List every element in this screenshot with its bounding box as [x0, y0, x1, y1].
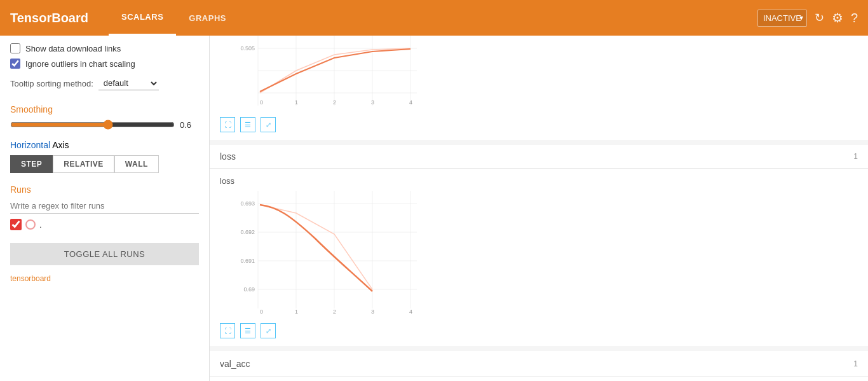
svg-text:4: 4	[409, 99, 412, 106]
run-checkbox[interactable]	[10, 219, 22, 230]
tooltip-sorting-select[interactable]: default ascending descending nearest	[98, 76, 159, 90]
acc-fit-icon[interactable]: ⤢	[261, 117, 276, 132]
tooltip-sorting-row: Tooltip sorting method: default ascendin…	[10, 76, 199, 90]
run-dot-label: .	[39, 220, 42, 230]
loss-section-header: loss 1	[210, 145, 868, 169]
run-circle[interactable]	[25, 219, 36, 230]
smoothing-slider[interactable]	[10, 120, 175, 130]
smoothing-section: Smoothing 0.6	[10, 98, 199, 130]
loss-expand-icon[interactable]: ⛶	[220, 323, 235, 338]
svg-text:1: 1	[295, 308, 298, 315]
loss-chart-title: loss	[220, 176, 858, 186]
svg-text:0.505: 0.505	[240, 45, 255, 52]
loss-chart-controls: ⛶ ☰ ⤢	[220, 323, 858, 338]
main-nav: SCALARS GRAPHS	[109, 0, 757, 36]
status-select[interactable]: INACTIVE ACTIVE	[757, 10, 807, 27]
val-acc-count: 1	[853, 359, 858, 368]
svg-text:3: 3	[371, 308, 374, 315]
status-select-wrapper: INACTIVE ACTIVE	[757, 10, 807, 27]
nav-graphs[interactable]: GRAPHS	[176, 0, 239, 36]
refresh-icon[interactable]: ↻	[815, 11, 824, 25]
acc-expand-icon[interactable]: ⛶	[220, 117, 235, 132]
val-acc-title: val_acc	[220, 359, 250, 369]
svg-text:1: 1	[295, 99, 298, 106]
horizontal-axis-label: Horizontal Axis	[10, 140, 199, 150]
axis-relative-button[interactable]: RELATIVE	[53, 155, 114, 173]
loss-section-count: 1	[853, 152, 858, 161]
show-data-links-label: Show data download links	[25, 44, 121, 53]
runs-filter-input[interactable]	[10, 198, 199, 214]
axis-buttons: STEP RELATIVE WALL	[10, 155, 199, 173]
svg-text:3: 3	[371, 99, 374, 106]
content-area[interactable]: 0.505 0 1 2 3 4 ⛶ ☰ ⤢	[210, 36, 868, 381]
ignore-outliers-checkbox[interactable]	[10, 59, 20, 69]
sidebar: Show data download links Ignore outliers…	[0, 36, 210, 381]
tooltip-sorting-label: Tooltip sorting method:	[10, 79, 93, 88]
loss-chart-svg: 0.693 0.692 0.691 0.69 0 1 2 3 4	[220, 191, 436, 318]
smoothing-value: 0.6	[180, 120, 199, 130]
acc-chart-card: 0.505 0 1 2 3 4 ⛶ ☰ ⤢	[210, 36, 868, 140]
svg-text:0.693: 0.693	[240, 200, 255, 207]
svg-text:0: 0	[260, 99, 263, 106]
svg-text:2: 2	[333, 308, 336, 315]
acc-list-icon[interactable]: ☰	[240, 117, 255, 132]
horizontal-label-blue: Horizontal	[10, 140, 50, 150]
loss-chart-area: 0.693 0.692 0.691 0.69 0 1 2 3 4	[220, 191, 436, 318]
svg-text:0.692: 0.692	[240, 229, 255, 235]
loss-fit-icon[interactable]: ⤢	[261, 323, 276, 338]
svg-text:2: 2	[333, 99, 336, 106]
svg-text:0.691: 0.691	[240, 258, 255, 264]
show-data-links-row: Show data download links	[10, 43, 199, 53]
help-icon[interactable]: ?	[851, 11, 858, 25]
axis-step-button[interactable]: STEP	[10, 155, 53, 173]
app-logo: TensorBoard	[10, 11, 88, 25]
sidebar-footer-link[interactable]: tensorboard	[10, 274, 199, 283]
axis-wall-button[interactable]: WALL	[114, 155, 159, 173]
acc-chart-svg: 0.505 0 1 2 3 4	[220, 36, 436, 112]
runs-label: Runs	[10, 184, 199, 195]
smoothing-label: Smoothing	[10, 104, 199, 114]
svg-text:0: 0	[260, 308, 263, 315]
loss-section-title: loss	[220, 151, 236, 162]
loss-list-icon[interactable]: ☰	[240, 323, 255, 338]
svg-text:4: 4	[409, 308, 412, 315]
smoothing-slider-row: 0.6	[10, 120, 199, 130]
ignore-outliers-row: Ignore outliers in chart scaling	[10, 59, 199, 69]
toggle-all-runs-button[interactable]: TOGGLE ALL RUNS	[10, 243, 199, 265]
horizontal-label-rest: Axis	[52, 140, 69, 150]
header: TensorBoard SCALARS GRAPHS INACTIVE ACTI…	[0, 0, 868, 36]
acc-chart-area: 0.505 0 1 2 3 4	[220, 36, 436, 112]
ignore-outliers-label: Ignore outliers in chart scaling	[25, 59, 135, 69]
main-layout: Show data download links Ignore outliers…	[0, 36, 868, 381]
nav-scalars[interactable]: SCALARS	[109, 0, 176, 36]
horizontal-axis-section: Horizontal Axis STEP RELATIVE WALL	[10, 140, 199, 173]
val-acc-section[interactable]: val_acc 1	[210, 351, 868, 377]
header-controls: INACTIVE ACTIVE ↻ ⚙ ?	[757, 10, 858, 27]
svg-text:0.69: 0.69	[243, 286, 255, 293]
acc-chart-controls: ⛶ ☰ ⤢	[220, 117, 858, 132]
runs-section: Runs .	[10, 184, 199, 230]
show-data-links-checkbox[interactable]	[10, 43, 20, 53]
loss-chart-card: loss 0.693 0.692 0.691	[210, 169, 868, 346]
run-items: .	[10, 219, 199, 230]
settings-icon[interactable]: ⚙	[832, 10, 843, 25]
val-loss-section[interactable]: val_loss 1	[210, 377, 868, 381]
